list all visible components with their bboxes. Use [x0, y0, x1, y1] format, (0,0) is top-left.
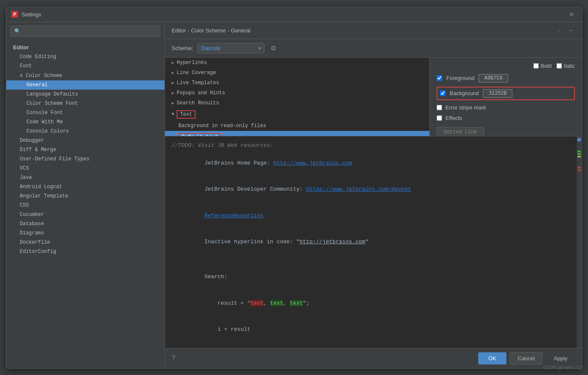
tree-item-default-text[interactable]: Default text: [165, 131, 429, 136]
sidebar-item-editorconfig[interactable]: EditorConfig: [6, 247, 164, 256]
preview-text: ": [365, 239, 368, 245]
sidebar-item-console-font[interactable]: Console Font: [6, 108, 164, 117]
sidebar-item-debugger[interactable]: Debugger: [6, 136, 164, 145]
tree-item-label: Live Templates: [177, 80, 219, 86]
tree-item-bg-readonly[interactable]: Background in read-only files: [165, 121, 429, 131]
help-button[interactable]: ?: [172, 354, 175, 362]
scheme-settings-button[interactable]: ⚙: [269, 43, 278, 54]
nav-forward-button[interactable]: →: [566, 26, 575, 35]
preview-text: ";: [303, 300, 310, 306]
sidebar-item-css[interactable]: CSS: [6, 201, 164, 210]
titlebar: P Settings ✕: [6, 7, 582, 22]
foreground-row: Foreground A9B7C6: [437, 74, 575, 82]
breadcrumb-editor: Editor: [172, 27, 186, 34]
breadcrumb-sep-2: ›: [228, 27, 229, 34]
main-content-area: 🔍 Editor Code Editing Font ∨ Color Schem…: [6, 22, 582, 368]
dotted-line-button[interactable]: Dotted Line: [437, 127, 484, 136]
italic-checkbox[interactable]: [556, 63, 562, 69]
bold-checkbox[interactable]: [533, 63, 539, 69]
sidebar-item-database[interactable]: Database: [6, 219, 164, 229]
ok-button[interactable]: OK: [478, 352, 506, 364]
scheme-select-wrap: Darcula Default High contrast: [197, 43, 265, 53]
sidebar-item-code-with-me[interactable]: Code With Me: [6, 117, 164, 127]
tree-item-label: Popups and Hints: [177, 90, 225, 96]
scheme-select[interactable]: Darcula Default High contrast: [197, 43, 265, 53]
app-icon: P: [11, 11, 18, 18]
expand-icon: ▶: [172, 101, 174, 106]
foreground-checkbox[interactable]: [437, 75, 442, 81]
tree-item-label: Default text: [178, 133, 221, 136]
tree-item-live-templates[interactable]: ▶ Live Templates: [165, 78, 429, 88]
breadcrumb-bar: Editor › Color Scheme › General ← →: [165, 22, 582, 39]
settings-main: ▶ Hyperlinks ▶ Line Coverage ▶ Live Temp…: [165, 58, 582, 136]
error-stripe-checkbox[interactable]: [437, 105, 442, 110]
search-box[interactable]: 🔍: [11, 26, 160, 37]
preview-text: result = ": [204, 300, 250, 306]
sidebar-item-diff-merge[interactable]: Diff & Merge: [6, 145, 164, 154]
indicator-3: [577, 156, 581, 157]
sidebar-item-color-scheme-font[interactable]: Color Scheme Font: [6, 99, 164, 108]
preview-search-result-1: text: [250, 300, 263, 306]
right-panel: Editor › Color Scheme › General ← → Sche…: [165, 22, 582, 368]
nav-back-button[interactable]: ←: [555, 26, 564, 35]
effects-label: Effects: [445, 115, 462, 121]
tree-item-search-results[interactable]: ▶ Search Results: [165, 98, 429, 108]
sidebar-item-android-logcat[interactable]: Android Logcat: [6, 182, 164, 191]
preview-search-result-2: text: [270, 300, 283, 306]
expand-icon: ∨: [20, 73, 26, 79]
tree-item-hyperlinks[interactable]: ▶ Hyperlinks: [165, 58, 429, 68]
foreground-color-swatch[interactable]: A9B7C6: [479, 74, 508, 82]
indicator-5: [577, 169, 581, 171]
preview-line-devcommunity: JetBrains Developer Community: https://w…: [172, 176, 575, 202]
background-color-swatch[interactable]: 31252B: [483, 89, 512, 98]
sidebar-item-general[interactable]: General: [6, 80, 164, 90]
preview-text: ,: [283, 300, 290, 306]
sidebar-item-language-defaults[interactable]: Language Defaults: [6, 90, 164, 99]
foreground-label: Foreground: [446, 75, 474, 81]
apply-button[interactable]: Apply: [546, 352, 575, 364]
search-input[interactable]: [23, 28, 156, 34]
settings-dialog: P Settings ✕ 🔍 Editor Code Editing Font …: [6, 7, 582, 369]
sidebar-item-font[interactable]: Font: [6, 61, 164, 71]
background-checkbox[interactable]: [440, 90, 445, 96]
expand-icon: ▶: [172, 60, 174, 65]
background-row: Background 31252B: [437, 87, 575, 100]
sidebar-item-diagrams[interactable]: Diagrams: [6, 229, 164, 238]
cancel-button[interactable]: Cancel: [510, 352, 543, 364]
sidebar-item-java[interactable]: Java: [6, 173, 164, 182]
tree-item-label: Hyperlinks: [177, 60, 207, 66]
bold-label: Bold: [540, 63, 551, 69]
tree-item-line-coverage[interactable]: ▶ Line Coverage: [165, 68, 429, 78]
indicator-2: [577, 153, 581, 155]
scheme-row: Scheme: Darcula Default High contrast ⚙: [165, 39, 582, 58]
sidebar-item-code-editing[interactable]: Code Editing: [6, 52, 164, 61]
italic-checkbox-label: Italic: [556, 63, 575, 69]
effects-checkbox[interactable]: [437, 115, 442, 121]
scheme-label: Scheme:: [172, 45, 193, 51]
close-button[interactable]: ✕: [566, 9, 577, 20]
expand-icon: ▶: [172, 70, 174, 75]
error-stripe-row: Error stripe mark: [437, 104, 575, 111]
expand-icon: ▼: [172, 112, 174, 117]
sidebar-item-cucumber[interactable]: Cucumber: [6, 210, 164, 219]
tree-item-label: Search Results: [177, 100, 219, 106]
sidebar-item-dockerfile[interactable]: Dockerfile: [6, 238, 164, 247]
props-panel: Bold Italic Foreground A9B7C6: [430, 58, 582, 136]
preview-ref-hyperlink: ReferenceHyperlink: [204, 213, 263, 219]
preview-inactive-link: http://jetbrains.com: [299, 239, 365, 245]
preview-search-result-3: text: [290, 300, 303, 306]
tree-item-popups[interactable]: ▶ Popups and Hints: [165, 88, 429, 98]
sidebar-item-vcs[interactable]: VCS: [6, 164, 164, 173]
background-label: Background: [450, 90, 479, 96]
bold-checkbox-label: Bold: [533, 63, 551, 69]
sidebar-item-color-scheme[interactable]: ∨ Color Scheme: [6, 71, 164, 80]
tree-item-text[interactable]: ▼ Text: [165, 108, 429, 121]
sidebar-section-editor: Editor Code Editing Font ∨ Color Scheme …: [6, 40, 164, 259]
sidebar-item-console-colors[interactable]: Console Colors: [6, 127, 164, 136]
search-icon: 🔍: [14, 28, 21, 34]
sidebar-item-user-defined[interactable]: User-Defined File Types: [6, 154, 164, 164]
expand-icon: ▶: [172, 90, 174, 96]
preview-line-result: result = "text, text, text";: [172, 290, 575, 316]
sidebar-item-angular[interactable]: Angular Template: [6, 191, 164, 201]
preview-text: JetBrains Developer Community:: [204, 186, 306, 192]
